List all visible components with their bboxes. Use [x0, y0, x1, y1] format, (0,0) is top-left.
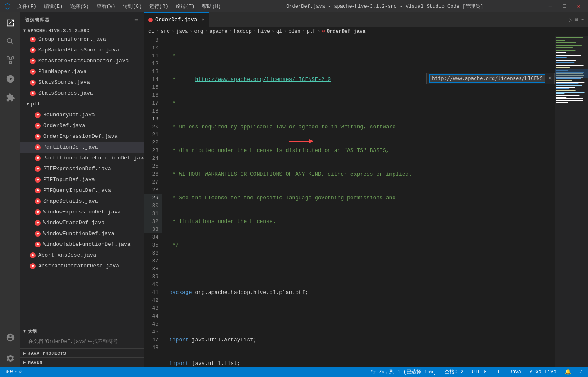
list-item[interactable]: ● MapBackedStatsSource.java: [20, 45, 144, 56]
tab-orderdef[interactable]: OrderDef.java ×: [144, 12, 209, 27]
source-control-icon[interactable]: [2, 52, 18, 69]
list-item[interactable]: ● ShapeDetails.java: [20, 196, 144, 207]
find-close-button[interactable]: ×: [549, 75, 552, 82]
line-number: 9: [144, 36, 162, 44]
list-item[interactable]: ● StatsSource.java: [20, 77, 144, 88]
menu-file[interactable]: 文件(F): [14, 2, 40, 11]
breadcrumb-hadoop[interactable]: hadoop: [234, 29, 252, 34]
breadcrumb-sep: ›: [302, 29, 305, 34]
list-item[interactable]: ● WindowExpressionDef.java: [20, 207, 144, 218]
run-icon[interactable]: ▷: [569, 16, 572, 23]
menu-run[interactable]: 运行(R): [146, 2, 172, 11]
language-mode[interactable]: Java: [508, 369, 523, 375]
outline-header[interactable]: ▼ 大纲: [20, 327, 144, 336]
sidebar: 资源管理器 ⋯ ▼ APACHE-HIVE-3.1.2-SRC ● GroupT…: [20, 12, 144, 367]
explorer-icon[interactable]: [2, 15, 18, 31]
notification-icon[interactable]: 🔔: [563, 369, 573, 375]
menu-select[interactable]: 选择(S): [67, 2, 92, 11]
debug-icon[interactable]: [2, 71, 18, 87]
list-item[interactable]: ● OrderExpressionDef.java: [20, 131, 144, 142]
cursor-position[interactable]: 行 29，列 1 (已选择 156): [369, 368, 438, 375]
breadcrumb-hive[interactable]: hive: [258, 29, 270, 34]
tab-close-button[interactable]: ×: [201, 17, 204, 23]
tab-bar: OrderDef.java × ▷ ⊞ ⋯: [144, 12, 588, 27]
line-number: 14: [144, 76, 162, 83]
go-live-button[interactable]: ⚡ Go Live: [528, 369, 558, 375]
split-editor-icon[interactable]: ⊞: [575, 16, 578, 23]
breadcrumb-ql[interactable]: ql: [148, 29, 154, 34]
list-item[interactable]: ● GroupTransformer.java: [20, 34, 144, 45]
list-item[interactable]: ● MetastoreStatsConnector.java: [20, 56, 144, 66]
menu-view[interactable]: 查看(V): [93, 2, 119, 11]
line-number: 12: [144, 60, 162, 68]
breadcrumb-org[interactable]: org: [194, 29, 203, 34]
code-line: */: [169, 241, 551, 249]
list-item[interactable]: ● PTFInputDef.java: [20, 174, 144, 185]
settings-icon[interactable]: [2, 350, 18, 367]
warning-icon: ⚠: [14, 369, 17, 375]
java-projects-header[interactable]: ▶ JAVA PROJECTS: [20, 349, 144, 357]
list-item[interactable]: ● AbstractOperatorDesc.java: [20, 261, 144, 272]
file-label: OrderDef.java: [43, 121, 141, 130]
list-item[interactable]: ● PTFExpressionDef.java: [20, 164, 144, 174]
extensions-icon[interactable]: [2, 89, 18, 106]
menu-edit[interactable]: 编辑(E): [41, 2, 66, 11]
window-controls[interactable]: ─ □ ✕: [545, 1, 584, 12]
menu-bar[interactable]: 文件(F) 编辑(E) 选择(S) 查看(V) 转到(G) 运行(R) 终端(T…: [14, 2, 224, 11]
menu-terminal[interactable]: 终端(T): [173, 2, 198, 11]
list-item[interactable]: ● WindowTableFunctionDef.java: [20, 239, 144, 250]
code-line: *: [169, 99, 551, 107]
error-icon: ●: [35, 209, 41, 215]
list-item[interactable]: ● OrderDef.java: [20, 120, 144, 131]
account-icon[interactable]: [2, 331, 18, 348]
list-item[interactable]: ● WindowFunctionDef.java: [20, 228, 144, 239]
remote-icon[interactable]: ✓: [578, 369, 584, 375]
error-count[interactable]: ⊘ 0 ⚠ 0: [4, 369, 23, 375]
ptf-folder[interactable]: ▼ ptf: [20, 99, 144, 110]
breadcrumb-ql2[interactable]: ql: [276, 29, 282, 34]
maven-header[interactable]: ▶ MAVEN: [20, 358, 144, 367]
breadcrumb-ptf[interactable]: ptf: [307, 29, 316, 34]
code-line: *: [169, 52, 551, 60]
sidebar-more-button[interactable]: ⋯: [134, 16, 139, 24]
error-icon: ●: [35, 112, 41, 118]
encoding[interactable]: UTF-8: [470, 369, 488, 375]
chevron-right-icon: ▶: [23, 350, 26, 356]
line-number: 40: [144, 281, 162, 289]
line-number: 28: [144, 186, 162, 194]
breadcrumb-sep: ›: [317, 29, 320, 34]
line-number: 22: [144, 139, 162, 147]
breadcrumb-java[interactable]: java: [176, 29, 188, 34]
breadcrumb-src[interactable]: src: [161, 29, 170, 34]
code-editor[interactable]: * * http://www.apache.org/licenses/LICEN…: [165, 36, 555, 367]
maximize-button[interactable]: □: [559, 1, 569, 12]
more-actions-icon[interactable]: ⋯: [581, 16, 584, 23]
find-widget: ×: [426, 73, 555, 84]
list-item[interactable]: ● PTFQueryInputDef.java: [20, 185, 144, 196]
list-item[interactable]: ● AbortTxnsDesc.java: [20, 250, 144, 261]
list-item[interactable]: ● PartitionedTableFunctionDef.java: [20, 153, 144, 164]
minimize-button[interactable]: ─: [545, 1, 555, 12]
line-number: 43: [144, 304, 162, 312]
line-number: 20: [144, 123, 162, 131]
list-item[interactable]: ● StatsSources.java: [20, 88, 144, 99]
list-item[interactable]: ● BoundaryDef.java: [20, 110, 144, 120]
status-right: 行 29，列 1 (已选择 156) 空格: 2 UTF-8 LF Java ⚡…: [369, 368, 584, 375]
close-button[interactable]: ✕: [574, 1, 584, 12]
list-item[interactable]: ● PlanMapper.java: [20, 66, 144, 77]
tree-root[interactable]: ▼ APACHE-HIVE-3.1.2-SRC: [20, 27, 144, 34]
menu-help[interactable]: 帮助(H): [199, 2, 224, 11]
line-number: 13: [144, 68, 162, 76]
breadcrumb-sep: ›: [171, 29, 174, 34]
indentation[interactable]: 空格: 2: [443, 368, 465, 375]
breadcrumb-apache[interactable]: apache: [209, 29, 227, 34]
breadcrumb-plan[interactable]: plan: [289, 29, 301, 34]
menu-goto[interactable]: 转到(G): [119, 2, 145, 11]
list-item[interactable]: ● WindowFrameDef.java: [20, 218, 144, 228]
find-input[interactable]: [429, 74, 545, 83]
selected-file-item[interactable]: ● PartitionDef.java: [20, 142, 144, 153]
line-ending[interactable]: LF: [493, 369, 503, 375]
error-icon: ●: [35, 231, 41, 237]
search-icon[interactable]: [2, 33, 18, 50]
code-line: * limitations under the License.: [169, 218, 551, 225]
